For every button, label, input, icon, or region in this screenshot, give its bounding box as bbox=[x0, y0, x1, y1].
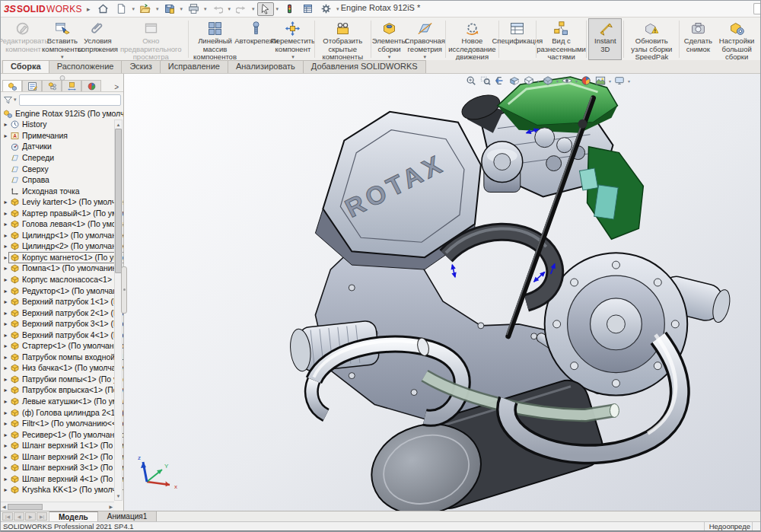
tree-item[interactable]: ▸Верхний патрубок 2<1> (По ум bbox=[2, 307, 123, 319]
tree-item[interactable]: Справа bbox=[2, 174, 123, 186]
apply-scene-button[interactable] bbox=[594, 75, 607, 87]
open-button[interactable] bbox=[137, 2, 154, 16]
select-cursor-button-dropdown-icon[interactable]: ▾ bbox=[276, 6, 279, 12]
view-settings-button[interactable] bbox=[613, 75, 626, 87]
zoom-to-area-button[interactable] bbox=[479, 75, 492, 87]
tree-item[interactable]: ▸Шланг верхний 3<1> (По умол bbox=[2, 463, 123, 474]
undo-button[interactable] bbox=[209, 2, 226, 16]
expand-caret-icon[interactable]: ▸ bbox=[2, 342, 9, 349]
expand-caret-icon[interactable]: ▸ bbox=[2, 199, 9, 205]
filter-dropdown-icon[interactable]: ▾ bbox=[14, 97, 17, 103]
tree-item[interactable]: ▸Низ бачка<1> (По умолчанию bbox=[2, 363, 123, 374]
take-snapshot-button[interactable]: Сделать снимок bbox=[681, 18, 715, 60]
open-button-dropdown-icon[interactable]: ▾ bbox=[156, 6, 159, 12]
motion-nav-button-1[interactable]: ◀ bbox=[14, 512, 24, 521]
tab-layout[interactable]: Расположение bbox=[49, 60, 123, 73]
manager-tabs-overflow-button[interactable]: > bbox=[111, 83, 122, 91]
zoom-to-fit-button[interactable] bbox=[464, 75, 478, 87]
scroll-up-icon[interactable]: ▲ bbox=[115, 120, 122, 129]
mate-button[interactable]: Условия сопряжения bbox=[81, 18, 116, 60]
hide-show-items-button-dropdown-icon[interactable]: ▾ bbox=[575, 78, 578, 84]
save-button[interactable] bbox=[161, 2, 177, 16]
scroll-down-icon[interactable]: ▼ bbox=[115, 492, 122, 500]
tree-item[interactable]: ▸Filtr<1> (По умолчанию<<По у bbox=[2, 418, 123, 429]
featuremanager-tab[interactable] bbox=[2, 80, 22, 91]
speedpak-button[interactable]: Обновить узлы сборки SpeedPak bbox=[626, 18, 677, 60]
print-button-dropdown-icon[interactable]: ▾ bbox=[204, 6, 207, 12]
tree-item[interactable]: ▸Верхний патрубок 4<1> (По ум bbox=[2, 330, 123, 341]
expand-caret-icon[interactable]: ▸ bbox=[2, 132, 9, 139]
tree-item[interactable]: ▸Голова левая<1> (По умолчани bbox=[2, 218, 123, 230]
motion-nav-button-3[interactable]: ▶| bbox=[37, 512, 47, 521]
expand-caret-icon[interactable]: ▸ bbox=[2, 387, 9, 393]
expand-caret-icon[interactable]: ▸ bbox=[2, 254, 9, 261]
scroll-left-icon[interactable]: ◀ bbox=[2, 504, 6, 509]
tree-item[interactable]: ▸AПримечания bbox=[2, 130, 123, 142]
undo-button-dropdown-icon[interactable]: ▾ bbox=[228, 6, 231, 12]
tree-item[interactable]: Исходная точка bbox=[2, 186, 123, 197]
expand-caret-icon[interactable]: ▸ bbox=[2, 420, 9, 427]
tree-item[interactable]: ▸Корпус магнето<1> (По умолч bbox=[2, 252, 123, 263]
tree-item[interactable]: ▸Стартер<1> (По умолчанию<< bbox=[2, 340, 123, 352]
tree-item[interactable]: Спереди bbox=[2, 152, 123, 164]
expand-caret-icon[interactable]: ▸ bbox=[2, 464, 9, 471]
engine-model[interactable]: ROTAX bbox=[124, 74, 760, 511]
propertymanager-tab[interactable] bbox=[22, 80, 42, 91]
expand-caret-icon[interactable]: ▸ bbox=[2, 310, 9, 317]
redo-button[interactable] bbox=[233, 2, 250, 16]
oil-filler[interactable] bbox=[482, 142, 523, 193]
instant3d-button[interactable]: Instant 3D bbox=[588, 18, 622, 60]
tree-item[interactable]: ▸Картер правый<1> (По умолча bbox=[2, 208, 123, 219]
redo-button-dropdown-icon[interactable]: ▾ bbox=[252, 6, 255, 12]
expand-caret-icon[interactable]: ▸ bbox=[2, 232, 9, 239]
tree-item[interactable]: ▸Шланг верхний 1<1> (По умол bbox=[2, 440, 123, 451]
vscroll-thumb[interactable] bbox=[115, 129, 122, 273]
tree-item[interactable]: Датчики bbox=[2, 142, 123, 153]
motion-study-tab[interactable]: Анимация1 bbox=[98, 511, 158, 521]
expand-caret-icon[interactable]: ▸ bbox=[2, 486, 9, 493]
tree-item[interactable]: Сверху bbox=[2, 164, 123, 175]
tree-item[interactable]: ▸Верхний патрубок 3<1> (По ум bbox=[2, 318, 123, 330]
tree-item[interactable]: ▸Корпус маслонасоса<1> (По ум bbox=[2, 274, 123, 285]
tree-item[interactable]: ▸Верхний патрубок 1<1> (По ум bbox=[2, 296, 123, 307]
bom-table-button[interactable] bbox=[299, 2, 316, 16]
tree-item[interactable]: ▸Шланг верхний 2<1> (По умол bbox=[2, 451, 123, 463]
tree-horizontal-scrollbar[interactable]: ◀ ▶ bbox=[1, 502, 114, 511]
move-component-button-dropdown-icon[interactable]: ▾ bbox=[291, 54, 295, 59]
motion-nav-button-0[interactable]: |◀ bbox=[2, 512, 13, 521]
search-box-fragment[interactable] bbox=[753, 3, 760, 14]
options-button[interactable] bbox=[317, 2, 334, 16]
select-cursor-button[interactable] bbox=[257, 2, 274, 16]
show-hidden-components-button[interactable]: Отобразить скрытые компоненты bbox=[317, 18, 369, 60]
configurationmanager-tab[interactable] bbox=[42, 80, 62, 91]
expand-caret-icon[interactable]: ▸ bbox=[2, 298, 9, 305]
view-orientation-button-dropdown-icon[interactable]: ▾ bbox=[537, 78, 540, 84]
linear-component-pattern-button[interactable]: Линейный массив компонентов▾ bbox=[190, 18, 240, 60]
expand-caret-icon[interactable]: ▸ bbox=[2, 376, 9, 383]
assembly-features-button-dropdown-icon[interactable]: ▾ bbox=[388, 54, 391, 59]
expand-caret-icon[interactable]: ▸ bbox=[2, 398, 9, 405]
apply-scene-button-dropdown-icon[interactable]: ▾ bbox=[609, 78, 611, 84]
hide-show-items-button[interactable] bbox=[560, 75, 574, 87]
edit-appearance-button[interactable] bbox=[579, 75, 593, 87]
options-button-dropdown-icon[interactable]: ▾ bbox=[336, 6, 339, 12]
bill-of-materials-button[interactable]: Спецификация bbox=[501, 18, 534, 60]
tab-assembly[interactable]: Сборка bbox=[2, 60, 49, 73]
insert-components-button[interactable]: Вставить компоненты▾ bbox=[44, 18, 80, 60]
tree-item[interactable]: ▸Патрубок помпы входной<1> ( bbox=[2, 352, 123, 363]
move-component-button[interactable]: Переместить компонент▾ bbox=[273, 18, 313, 60]
tab-repair[interactable]: Исправление bbox=[160, 60, 228, 73]
toolbar-expand-arrow-icon[interactable]: ▸ bbox=[87, 5, 91, 13]
tab-evaluate[interactable]: Анализировать bbox=[228, 60, 304, 73]
hscroll-thumb[interactable] bbox=[8, 504, 43, 510]
tree-item[interactable]: ▸Цилиндр<2> (По умолчанию< bbox=[2, 241, 123, 253]
assembly-features-button[interactable]: Элементы сборки▾ bbox=[373, 18, 406, 60]
tree-filter-input[interactable] bbox=[19, 94, 121, 106]
tree-item[interactable]: ▸History bbox=[2, 119, 123, 131]
display-style-button[interactable] bbox=[541, 75, 555, 87]
tree-item[interactable]: ▸Помпа<1> (По умолчанию<<Г bbox=[2, 263, 123, 275]
smart-fasteners-button[interactable]: Автокрепежи bbox=[240, 18, 273, 60]
model-tab[interactable]: Модель bbox=[49, 511, 98, 521]
expand-caret-icon[interactable]: ▸ bbox=[2, 476, 9, 483]
tree-item[interactable]: ▸Kryshka KK<1> (По умолчанию bbox=[2, 485, 123, 496]
